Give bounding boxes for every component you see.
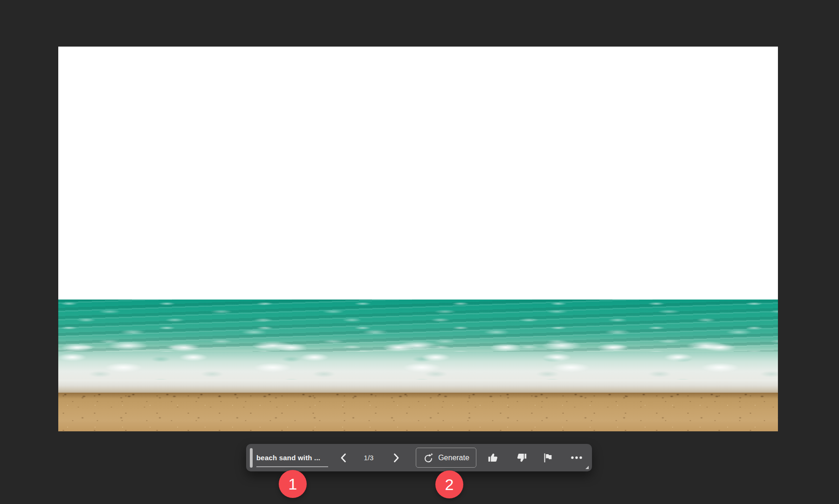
prompt-text: beach sand with ... bbox=[256, 454, 320, 462]
contextual-task-bar: beach sand with ... 1/3 bbox=[246, 444, 592, 471]
prompt-field[interactable]: beach sand with ... bbox=[256, 444, 329, 471]
thumbs-up-icon bbox=[487, 451, 500, 464]
thumbs-down-icon bbox=[515, 451, 528, 464]
generated-shoreline-region bbox=[58, 380, 778, 393]
more-options-icon bbox=[570, 451, 584, 464]
resize-corner-icon[interactable] bbox=[585, 466, 589, 469]
thumbs-down-button[interactable] bbox=[513, 444, 530, 471]
callout-number: 1 bbox=[289, 475, 297, 493]
generate-sparkle-icon bbox=[423, 452, 434, 463]
previous-variation-button[interactable] bbox=[336, 444, 351, 471]
callout-number: 2 bbox=[445, 476, 454, 494]
document-canvas[interactable] bbox=[58, 47, 778, 431]
more-options-button[interactable] bbox=[568, 444, 585, 471]
generated-surf-region bbox=[58, 352, 778, 380]
generated-sea-region bbox=[58, 300, 778, 352]
generate-label: Generate bbox=[438, 454, 469, 462]
generated-sand-region bbox=[58, 393, 778, 431]
chevron-left-icon bbox=[340, 453, 347, 463]
thumbs-up-button[interactable] bbox=[485, 444, 502, 471]
callout-badge-1: 1 bbox=[279, 470, 307, 498]
next-variation-button[interactable] bbox=[389, 444, 404, 471]
workspace-background: beach sand with ... 1/3 bbox=[0, 0, 839, 504]
chevron-right-icon bbox=[393, 453, 400, 463]
callout-badge-2: 2 bbox=[435, 470, 463, 498]
generate-button[interactable]: Generate bbox=[416, 448, 476, 468]
prompt-underline bbox=[256, 466, 328, 467]
grab-handle[interactable] bbox=[250, 448, 253, 468]
generated-sky-region bbox=[58, 47, 778, 300]
report-flag-button[interactable] bbox=[540, 444, 557, 471]
flag-icon bbox=[542, 452, 554, 464]
variation-counter: 1/3 bbox=[356, 444, 381, 471]
